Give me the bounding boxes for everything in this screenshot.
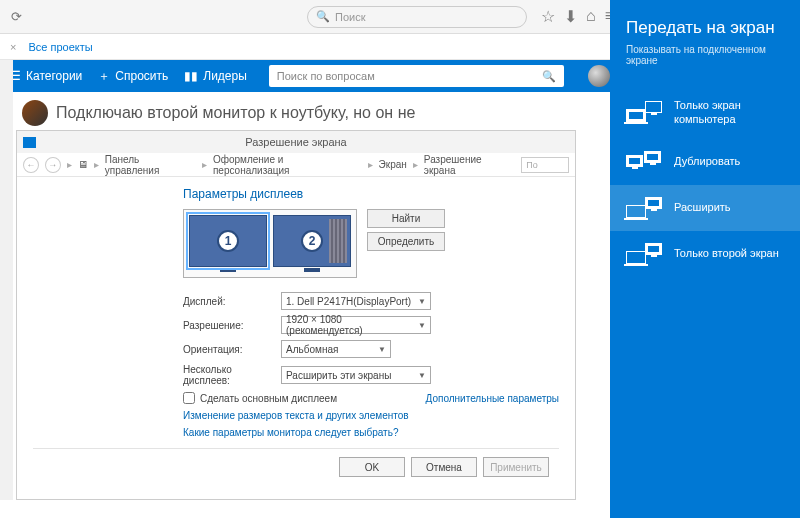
detect-button[interactable]: Определить: [367, 232, 445, 251]
crumb-3[interactable]: Разрешение экрана: [424, 154, 516, 176]
monitor-1[interactable]: 1: [189, 215, 267, 272]
panel-title: Передать на экран: [626, 18, 784, 38]
monitor-params-link[interactable]: Какие параметры монитора следует выбрать…: [183, 427, 559, 438]
chevron-down-icon: ▼: [418, 371, 426, 380]
display-label: Дисплей:: [183, 296, 281, 307]
nav-categories-label: Категории: [26, 69, 82, 83]
nav-ask-label: Спросить: [115, 69, 168, 83]
pocket-icon[interactable]: ⬇: [564, 7, 577, 26]
panel-subtitle: Показывать на подключенном экране: [626, 44, 784, 66]
orientation-select[interactable]: Альбомная▼: [281, 340, 391, 358]
orientation-label: Ориентация:: [183, 344, 281, 355]
monitor-2[interactable]: 2: [273, 215, 351, 272]
window-titlebar: Разрешение экрана: [17, 131, 575, 153]
nav-back-icon[interactable]: ←: [23, 157, 39, 173]
multi-select[interactable]: Расширить эти экраны▼: [281, 366, 431, 384]
search-placeholder: Поиск: [335, 11, 365, 23]
bookmark-icon[interactable]: ☆: [541, 7, 555, 26]
cancel-button[interactable]: Отмена: [411, 457, 477, 477]
section-title: Параметры дисплеев: [183, 187, 559, 201]
search-icon: 🔍: [542, 70, 556, 83]
question-author-avatar: [22, 100, 48, 126]
window-icon: [23, 137, 36, 148]
home-icon[interactable]: ⌂: [586, 7, 596, 26]
plus-icon: ＋: [98, 68, 110, 85]
resolution-select[interactable]: 1920 × 1080 (рекомендуется)▼: [281, 316, 431, 334]
close-tab-icon[interactable]: ×: [10, 41, 16, 53]
chevron-down-icon: ▼: [418, 321, 426, 330]
project-pc-only[interactable]: Только экран компьютера: [610, 86, 800, 139]
project-extend[interactable]: Расширить: [610, 185, 800, 231]
crumb-1[interactable]: Оформление и персонализация: [213, 154, 362, 176]
browser-search[interactable]: 🔍 Поиск: [307, 6, 527, 28]
crumb-2[interactable]: Экран: [379, 159, 407, 170]
folder-icon: 🖥: [78, 159, 88, 170]
crumb-0[interactable]: Панель управления: [105, 154, 196, 176]
reload-icon[interactable]: ⟳: [6, 7, 26, 27]
chart-icon: ▮▮: [184, 69, 198, 83]
nav-forward-icon[interactable]: →: [45, 157, 61, 173]
chevron-down-icon: ▼: [378, 345, 386, 354]
resolution-label: Разрешение:: [183, 320, 281, 331]
project-second-only[interactable]: Только второй экран: [610, 231, 800, 277]
chevron-down-icon: ▼: [418, 297, 426, 306]
tab-all-projects[interactable]: Все проекты: [28, 41, 92, 53]
site-search-placeholder: Поиск по вопросам: [277, 70, 375, 82]
window-title: Разрешение экрана: [245, 136, 346, 148]
ok-button[interactable]: OK: [339, 457, 405, 477]
monitor-layout[interactable]: 1 2: [183, 209, 357, 278]
project-panel: Передать на экран Показывать на подключе…: [610, 0, 800, 518]
search-icon: 🔍: [316, 10, 330, 23]
settings-window: Разрешение экрана ← → ▸ 🖥 ▸ Панель управ…: [16, 130, 576, 500]
question-title: Подключаю второй монитор к ноутбуку, но …: [56, 104, 415, 122]
make-main-label: Сделать основным дисплеем: [200, 393, 337, 404]
left-gutter: [0, 60, 13, 500]
text-size-link[interactable]: Изменение размеров текста и других элеме…: [183, 410, 559, 421]
avatar[interactable]: [588, 65, 610, 87]
window-search[interactable]: По: [521, 157, 569, 173]
nav-leaders[interactable]: ▮▮Лидеры: [184, 69, 247, 83]
additional-link[interactable]: Дополнительные параметры: [426, 393, 559, 404]
make-main-checkbox[interactable]: [183, 392, 195, 404]
multi-label: Несколько дисплеев:: [183, 364, 281, 386]
nav-leaders-label: Лидеры: [203, 69, 247, 83]
project-duplicate[interactable]: Дублировать: [610, 139, 800, 185]
display-select[interactable]: 1. Dell P2417H(DisplayPort)▼: [281, 292, 431, 310]
nav-ask[interactable]: ＋Спросить: [98, 68, 168, 85]
find-button[interactable]: Найти: [367, 209, 445, 228]
site-search[interactable]: Поиск по вопросам 🔍: [269, 65, 564, 87]
apply-button: Применить: [483, 457, 549, 477]
nav-categories[interactable]: ☰Категории: [10, 69, 82, 83]
